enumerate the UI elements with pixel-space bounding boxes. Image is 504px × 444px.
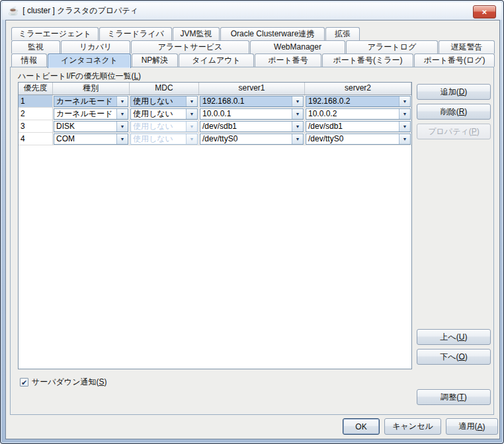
tab-port-mirror[interactable]: ポート番号(ミラー) bbox=[322, 54, 413, 67]
table-row[interactable]: 2 カーネルモード ▼ 使用しない ▼ bbox=[19, 108, 411, 120]
chevron-down-icon[interactable]: ▼ bbox=[292, 122, 303, 131]
dialog-window: ☕ [ cluster ] クラスタのプロパティ ✕ ミラーエージェント ミラー… bbox=[0, 0, 504, 444]
add-button[interactable]: 追加(D) bbox=[417, 84, 491, 100]
combo-value: 使用しない bbox=[131, 122, 186, 131]
tab-monitor[interactable]: 監視 bbox=[11, 40, 60, 54]
chevron-down-icon[interactable]: ▼ bbox=[399, 109, 410, 119]
chevron-down-icon[interactable]: ▼ bbox=[116, 122, 128, 131]
server1-combo[interactable]: 10.0.0.1 ▼ bbox=[200, 108, 304, 120]
chevron-down-icon: ▼ bbox=[186, 134, 197, 144]
table-row[interactable]: 4 COM ▼ 使用しない ▼ bbox=[19, 133, 411, 145]
combo-value: 使用しない bbox=[131, 109, 186, 119]
col-header-mdc[interactable]: MDC bbox=[130, 83, 199, 94]
tab-timeout[interactable]: タイムアウト bbox=[179, 54, 254, 67]
interconnect-panel: ハートビートI/Fの優先順位一覧(L) 優先度 種別 MDC server1 s… bbox=[10, 67, 494, 415]
tab-oracle-clusterware[interactable]: Oracle Clusterware連携 bbox=[220, 27, 325, 40]
priority-cell[interactable]: 4 bbox=[19, 133, 53, 145]
mdc-combo[interactable]: 使用しない ▼ bbox=[130, 108, 198, 120]
chevron-down-icon[interactable]: ▼ bbox=[116, 109, 128, 119]
tab-port[interactable]: ポート番号 bbox=[255, 54, 321, 67]
chevron-down-icon[interactable]: ▼ bbox=[399, 122, 410, 131]
ok-button[interactable]: OK bbox=[343, 418, 380, 435]
combo-value: COM bbox=[54, 134, 116, 144]
tab-jvm-monitor[interactable]: JVM監視 bbox=[173, 27, 220, 40]
java-icon: ☕ bbox=[8, 7, 19, 15]
combo-value: 192.168.0.1 bbox=[200, 96, 292, 106]
combo-value: /dev/sdb1 bbox=[200, 122, 292, 131]
tune-button[interactable]: 調整(T) bbox=[417, 389, 491, 405]
combo-value: 10.0.0.2 bbox=[306, 109, 399, 119]
priority-cell[interactable]: 3 bbox=[19, 120, 53, 133]
server1-combo[interactable]: /dev/sdb1 ▼ bbox=[200, 121, 304, 132]
combo-value: /dev/sdb1 bbox=[306, 122, 399, 131]
chevron-down-icon[interactable]: ▼ bbox=[292, 134, 303, 144]
table-row[interactable]: 1 カーネルモード ▼ 使用しない ▼ bbox=[19, 95, 411, 108]
move-down-button[interactable]: 下へ(O) bbox=[417, 349, 491, 365]
tab-row-1: ミラーエージェント ミラードライバ JVM監視 Oracle Clusterwa… bbox=[11, 27, 360, 40]
type-combo[interactable]: カーネルモード ▼ bbox=[54, 108, 128, 120]
tab-alert-log[interactable]: アラートログ bbox=[346, 40, 438, 54]
mdc-combo: 使用しない ▼ bbox=[130, 121, 198, 132]
screenshot: ☕ [ cluster ] クラスタのプロパティ ✕ ミラーエージェント ミラー… bbox=[0, 0, 504, 444]
chevron-down-icon[interactable]: ▼ bbox=[399, 96, 410, 106]
server-down-notify-checkbox[interactable]: ✔ サーバダウン通知(S) bbox=[20, 377, 106, 388]
server1-combo[interactable]: 192.168.0.1 ▼ bbox=[200, 96, 304, 107]
type-combo[interactable]: COM ▼ bbox=[54, 133, 128, 145]
table-row[interactable]: 3 DISK ▼ 使用しない ▼ bbox=[19, 120, 411, 133]
combo-value: 10.0.0.1 bbox=[200, 109, 292, 119]
tab-recovery[interactable]: リカバリ bbox=[61, 40, 130, 54]
chevron-down-icon[interactable]: ▼ bbox=[116, 134, 128, 144]
chevron-down-icon[interactable]: ▼ bbox=[186, 96, 197, 106]
tab-interconnect[interactable]: インタコネクト bbox=[48, 54, 131, 68]
priority-cell[interactable]: 2 bbox=[19, 108, 53, 120]
chevron-down-icon[interactable]: ▼ bbox=[292, 109, 303, 119]
tab-np-resolution[interactable]: NP解決 bbox=[132, 54, 178, 67]
priority-cell[interactable]: 1 bbox=[19, 95, 53, 108]
tab-alert-service[interactable]: アラートサービス bbox=[131, 40, 249, 54]
combo-value: 使用しない bbox=[131, 134, 186, 144]
tab-mirror-driver[interactable]: ミラードライバ bbox=[99, 27, 172, 40]
chevron-down-icon[interactable]: ▼ bbox=[292, 96, 303, 106]
mdc-combo: 使用しない ▼ bbox=[130, 133, 198, 145]
tab-extension[interactable]: 拡張 bbox=[325, 27, 360, 40]
combo-value: 使用しない bbox=[131, 96, 186, 106]
chevron-down-icon[interactable]: ▼ bbox=[186, 109, 197, 119]
mdc-combo[interactable]: 使用しない ▼ bbox=[130, 96, 198, 107]
remove-button[interactable]: 削除(R) bbox=[417, 104, 491, 120]
checkbox-check-icon[interactable]: ✔ bbox=[20, 378, 28, 387]
combo-value: カーネルモード bbox=[54, 96, 116, 106]
title-bar[interactable]: ☕ [ cluster ] クラスタのプロパティ ✕ bbox=[2, 2, 502, 20]
dialog-client-area: ミラーエージェント ミラードライバ JVM監視 Oracle Clusterwa… bbox=[5, 20, 500, 439]
server2-combo[interactable]: 192.168.0.2 ▼ bbox=[306, 96, 411, 107]
tab-port-log[interactable]: ポート番号(ログ) bbox=[414, 54, 495, 67]
col-header-server2[interactable]: server2 bbox=[305, 83, 411, 94]
col-header-type[interactable]: 種別 bbox=[53, 83, 130, 94]
tab-row-2: 監視 リカバリ アラートサービス WebManager アラートログ 遅延警告 bbox=[11, 40, 495, 54]
heartbeat-priority-table[interactable]: 優先度 種別 MDC server1 server2 1 カーネルモード ▼ bbox=[18, 82, 412, 369]
tab-info[interactable]: 情報 bbox=[11, 54, 47, 67]
tab-mirror-agent[interactable]: ミラーエージェント bbox=[11, 27, 99, 40]
server2-combo[interactable]: 10.0.0.2 ▼ bbox=[306, 108, 411, 120]
window-title: [ cluster ] クラスタのプロパティ bbox=[22, 5, 138, 17]
tab-delay-warning[interactable]: 遅延警告 bbox=[439, 40, 495, 54]
combo-value: カーネルモード bbox=[54, 109, 116, 119]
cancel-button[interactable]: キャンセル bbox=[384, 418, 441, 435]
col-header-server1[interactable]: server1 bbox=[199, 83, 305, 94]
move-up-button[interactable]: 上へ(U) bbox=[417, 329, 491, 345]
server1-combo[interactable]: /dev/ttyS0 ▼ bbox=[200, 133, 304, 145]
chevron-down-icon: ▼ bbox=[186, 122, 197, 131]
table-header: 優先度 種別 MDC server1 server2 bbox=[19, 83, 411, 95]
combo-value: 192.168.0.2 bbox=[306, 96, 399, 106]
chevron-down-icon[interactable]: ▼ bbox=[116, 96, 128, 106]
close-button[interactable]: ✕ bbox=[473, 5, 496, 18]
col-header-priority[interactable]: 優先度 bbox=[19, 83, 53, 94]
type-combo[interactable]: DISK ▼ bbox=[54, 121, 128, 132]
server2-combo[interactable]: /dev/ttyS0 ▼ bbox=[306, 133, 411, 145]
apply-button[interactable]: 適用(A) bbox=[446, 418, 498, 435]
server2-combo[interactable]: /dev/sdb1 ▼ bbox=[306, 121, 411, 132]
type-combo[interactable]: カーネルモード ▼ bbox=[54, 96, 128, 107]
checkbox-label: サーバダウン通知(S) bbox=[32, 377, 106, 388]
tab-webmanager[interactable]: WebManager bbox=[250, 40, 345, 54]
chevron-down-icon[interactable]: ▼ bbox=[399, 134, 410, 144]
properties-button: プロパティ(P) bbox=[417, 124, 491, 139]
